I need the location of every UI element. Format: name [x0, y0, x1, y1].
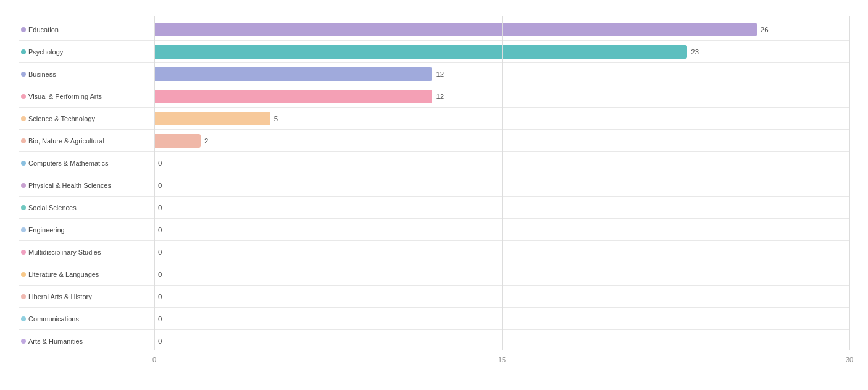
label-text: Science & Technology: [28, 115, 95, 122]
bar-label: Business: [19, 69, 154, 79]
label-pill: Engineering: [19, 225, 70, 235]
label-dot: [21, 272, 26, 277]
label-text: Arts & Humanities: [28, 337, 83, 345]
label-text: Communications: [28, 315, 79, 323]
label-pill: Arts & Humanities: [19, 336, 88, 346]
label-text: Education: [28, 26, 59, 33]
bar-row: Physical & Health Sciences0: [19, 174, 849, 197]
bar-row: Computers & Mathematics0: [19, 152, 849, 174]
bar-label: Psychology: [19, 47, 154, 57]
bar-label: Communications: [19, 314, 154, 324]
label-pill: Business: [19, 69, 61, 79]
bar-value: 0: [158, 159, 162, 167]
label-dot: [21, 94, 26, 99]
bar-value: 2: [204, 137, 208, 145]
label-dot: [21, 316, 26, 321]
label-text: Computers & Mathematics: [28, 159, 109, 167]
bar-value: 26: [761, 26, 769, 33]
bar-row: Arts & Humanities0: [19, 330, 849, 352]
label-dot: [21, 27, 26, 32]
bar-fill: [154, 23, 757, 36]
label-dot: [21, 205, 26, 210]
bar-row: Psychology23: [19, 41, 849, 63]
x-axis-tick: 0: [152, 356, 156, 363]
label-text: Psychology: [28, 48, 63, 56]
label-text: Multidisciplinary Studies: [28, 248, 101, 256]
label-dot: [21, 49, 26, 54]
label-dot: [21, 161, 26, 166]
bar-label: Multidisciplinary Studies: [19, 247, 154, 257]
x-axis-tick: 15: [498, 356, 506, 363]
x-axis: 01530: [154, 356, 849, 368]
label-pill: Multidisciplinary Studies: [19, 247, 106, 257]
bar-value: 0: [158, 271, 162, 278]
label-dot: [21, 250, 26, 255]
bar-value: 12: [436, 70, 444, 78]
bar-label: Bio, Nature & Agricultural: [19, 136, 154, 146]
label-text: Business: [28, 70, 56, 78]
bar-value: 0: [158, 182, 162, 189]
label-dot: [21, 339, 26, 344]
label-text: Visual & Performing Arts: [28, 93, 102, 100]
label-pill: Bio, Nature & Agricultural: [19, 136, 109, 146]
label-text: Engineering: [28, 226, 65, 234]
bar-label: Liberal Arts & History: [19, 292, 154, 302]
bar-row: Multidisciplinary Studies0: [19, 241, 849, 263]
bar-label: Engineering: [19, 225, 154, 235]
label-text: Bio, Nature & Agricultural: [28, 137, 104, 145]
label-dot: [21, 138, 26, 143]
bar-label: Literature & Languages: [19, 269, 154, 279]
bar-row: Engineering0: [19, 219, 849, 241]
label-dot: [21, 116, 26, 121]
bar-row: Science & Technology5: [19, 108, 849, 130]
bar-row: Visual & Performing Arts12: [19, 85, 849, 108]
x-axis-tick: 30: [846, 356, 853, 363]
bar-label: Computers & Mathematics: [19, 158, 154, 168]
bar-row: Bio, Nature & Agricultural2: [19, 130, 849, 152]
label-text: Liberal Arts & History: [28, 293, 92, 300]
label-text: Literature & Languages: [28, 271, 99, 278]
bar-fill: [154, 45, 687, 59]
bar-row: Communications0: [19, 308, 849, 330]
label-dot: [21, 227, 26, 232]
label-pill: Science & Technology: [19, 114, 100, 124]
bar-label: Physical & Health Sciences: [19, 180, 154, 190]
bar-fill: [154, 134, 201, 148]
label-pill: Communications: [19, 314, 84, 324]
bar-value: 0: [158, 315, 162, 323]
chart-area: Education26Psychology23Business12Visual …: [19, 19, 849, 352]
bar-label: Visual & Performing Arts: [19, 91, 154, 101]
grid-line: [154, 16, 155, 350]
bar-value: 0: [158, 248, 162, 256]
bar-value: 12: [436, 93, 444, 100]
bar-label: Science & Technology: [19, 114, 154, 124]
bar-row: Social Sciences0: [19, 197, 849, 219]
bar-row: Business12: [19, 63, 849, 85]
label-pill: Computers & Mathematics: [19, 158, 114, 168]
grid-line: [502, 16, 503, 350]
label-text: Social Sciences: [28, 204, 77, 211]
bar-label: Arts & Humanities: [19, 336, 154, 346]
bar-value: 0: [158, 226, 162, 234]
bar-row: Literature & Languages0: [19, 263, 849, 286]
label-pill: Physical & Health Sciences: [19, 180, 116, 190]
label-pill: Psychology: [19, 47, 68, 57]
label-pill: Education: [19, 25, 64, 35]
bar-value: 23: [691, 48, 699, 56]
label-dot: [21, 72, 26, 77]
bar-row: Education26: [19, 19, 849, 41]
bar-value: 5: [274, 115, 278, 122]
label-pill: Literature & Languages: [19, 269, 104, 279]
bar-fill: [154, 112, 270, 125]
label-pill: Liberal Arts & History: [19, 292, 97, 302]
bar-row: Liberal Arts & History0: [19, 286, 849, 308]
label-dot: [21, 294, 26, 299]
label-dot: [21, 183, 26, 188]
bar-fill: [154, 90, 432, 103]
bar-value: 0: [158, 293, 162, 300]
bar-value: 0: [158, 204, 162, 211]
chart-container: Education26Psychology23Business12Visual …: [0, 0, 868, 390]
bar-label: Social Sciences: [19, 203, 154, 213]
bar-label: Education: [19, 25, 154, 35]
label-pill: Social Sciences: [19, 203, 81, 213]
